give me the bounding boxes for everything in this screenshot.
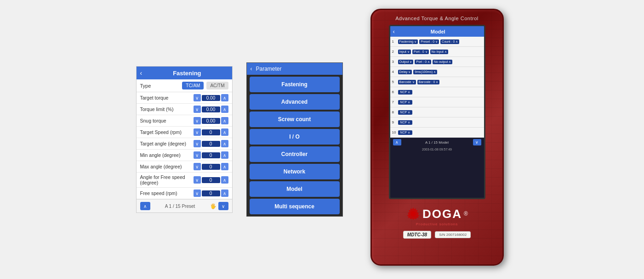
param-label: Target torque	[140, 95, 192, 100]
fastening-footer-info: A 1 / 15 Preset	[152, 204, 208, 209]
model-tag[interactable]: Count : 0 ∧	[440, 39, 459, 44]
device-container: Advanced Torque & Angle Control ‹ Model …	[366, 9, 508, 270]
model-tag[interactable]: Delay ∨	[398, 70, 412, 74]
model-row: 5Barcode ∨Barcode : 0 ∧	[390, 77, 484, 87]
model-tag[interactable]: Barcode : 0 ∧	[417, 80, 440, 84]
model-ncp-tag[interactable]: NCP ∨	[398, 130, 413, 135]
param-value: 0	[202, 129, 220, 135]
model-tag[interactable]: Fastening ∨	[398, 39, 418, 44]
fastening-next-button[interactable]: ∨	[218, 202, 228, 210]
model-row-num: 7	[392, 100, 397, 104]
param-value: 0	[202, 164, 220, 170]
param-label: Target angle (degree)	[140, 141, 192, 146]
param-value: 0	[202, 141, 220, 147]
parameter-menu: FasteningAdvancedScrew countI / OControl…	[247, 77, 342, 214]
doga-logo-area: DOGA ® Productive solutions	[372, 206, 502, 226]
screen-up-button[interactable]: ∧	[393, 139, 401, 145]
param-ctrl: ∨ 0 ∧	[194, 176, 228, 184]
param-row: Max angle (degree) ∨ 0 ∧	[137, 161, 232, 173]
param-decrement-button[interactable]: ∨	[194, 163, 201, 170]
model-row-num: 4	[392, 70, 397, 74]
type-label: Type	[140, 83, 180, 89]
param-ctrl: ∨ 0 ∧	[194, 163, 228, 170]
screen-timestamp: 2003-01-08 09:57:49	[390, 147, 484, 152]
model-row: 6NCP ∨	[390, 87, 484, 97]
fastening-back-arrow[interactable]: ‹	[140, 69, 142, 77]
param-decrement-button[interactable]: ∨	[194, 176, 201, 184]
parameter-menu-item-network[interactable]: Network	[250, 164, 340, 179]
model-row-num: 8	[392, 110, 397, 114]
fastening-footer-icon: 🖐	[210, 203, 217, 209]
model-tag[interactable]: Port : 0 ∧	[415, 60, 431, 64]
param-increment-button[interactable]: ∧	[221, 140, 228, 147]
doga-gear-icon	[406, 206, 421, 221]
screen-title: Model	[395, 29, 481, 34]
type-actm-button[interactable]: AC/TM	[206, 82, 228, 89]
param-decrement-button[interactable]: ∨	[194, 94, 201, 101]
fastening-panel: ‹ Fastening Type TC/AM AC/TM Target torq…	[136, 66, 233, 213]
model-tag[interactable]: Port : 0 ∨	[412, 50, 429, 54]
parameter-menu-item-i-/-o[interactable]: I / O	[250, 129, 340, 145]
svg-point-1	[411, 212, 415, 216]
parameter-menu-item-multi-sequence[interactable]: Multi sequence	[250, 199, 340, 214]
model-tag[interactable]: Preset : 0 ∨	[419, 39, 439, 44]
model-tag[interactable]: 9ms(100ms) ∧	[413, 70, 437, 74]
parameter-menu-item-model[interactable]: Model	[250, 181, 340, 197]
model-tag[interactable]: Output ∨	[398, 60, 414, 64]
model-ncp-tag[interactable]: NCP ∨	[398, 100, 413, 105]
param-increment-button[interactable]: ∧	[221, 176, 228, 184]
device-screen: ‹ Model 1Fastening ∨Preset : 0 ∨Count : …	[389, 25, 485, 199]
param-row: Target torque ∨ 0.00 ∧	[137, 92, 232, 104]
model-ncp-tag[interactable]: NCP ∨	[398, 90, 413, 95]
parameter-menu-item-advanced[interactable]: Advanced	[250, 94, 340, 110]
param-increment-button[interactable]: ∧	[221, 128, 228, 136]
param-decrement-button[interactable]: ∨	[194, 117, 201, 124]
param-decrement-button[interactable]: ∨	[194, 190, 201, 197]
screen-down-button[interactable]: ∨	[473, 139, 481, 145]
device-inner: Advanced Torque & Angle Control ‹ Model …	[372, 10, 502, 264]
model-row: 8NCP ∨	[390, 107, 484, 117]
param-increment-button[interactable]: ∧	[221, 151, 228, 159]
model-tag[interactable]: No Input ∧	[430, 50, 448, 54]
device-body: Advanced Torque & Angle Control ‹ Model …	[370, 9, 504, 266]
model-row: 9NCP ∨	[390, 117, 484, 128]
param-increment-button[interactable]: ∧	[221, 94, 228, 101]
model-ncp-tag[interactable]: NCP ∨	[398, 110, 413, 115]
screen-footer: ∧ A 1 / 15 Model ∨	[390, 138, 484, 147]
param-ctrl: ∨ 0 ∧	[194, 151, 228, 159]
model-tag[interactable]: Barcode ∨	[398, 80, 416, 84]
fastening-rows: Target torque ∨ 0.00 ∧ Torque limit (%) …	[137, 92, 232, 199]
model-row-num: 6	[392, 90, 397, 94]
fastening-header: ‹ Fastening	[137, 67, 232, 79]
param-increment-button[interactable]: ∧	[221, 106, 228, 113]
param-decrement-button[interactable]: ∨	[194, 128, 201, 136]
param-increment-button[interactable]: ∧	[221, 190, 228, 197]
param-value: 0	[202, 177, 220, 183]
model-tag[interactable]: No output ∧	[433, 60, 452, 64]
model-ncp-tag[interactable]: NCP ∨	[398, 120, 413, 125]
screen-footer-info: A 1 / 15 Model	[403, 140, 471, 145]
parameter-menu-item-fastening[interactable]: Fastening	[250, 77, 340, 92]
parameter-menu-item-screw-count[interactable]: Screw count	[250, 112, 340, 127]
model-tag[interactable]: Input ∨	[398, 50, 411, 54]
model-list: 1Fastening ∨Preset : 0 ∨Count : 0 ∧2Inpu…	[390, 37, 484, 138]
doga-logo: DOGA ®	[406, 206, 468, 221]
param-label: Free speed (rpm)	[140, 190, 192, 196]
model-row-num: 2	[392, 50, 397, 54]
screen-header: ‹ Model	[390, 26, 484, 37]
param-decrement-button[interactable]: ∨	[194, 106, 201, 113]
model-row: 4Delay ∨9ms(100ms) ∧	[390, 67, 484, 77]
param-value: 0.00	[202, 95, 220, 101]
type-tcam-button[interactable]: TC/AM	[182, 82, 204, 89]
parameter-back-arrow[interactable]: ‹	[251, 66, 252, 72]
parameter-menu-item-controller[interactable]: Controller	[250, 146, 340, 162]
param-ctrl: ∨ 0.00 ∧	[194, 117, 228, 124]
param-decrement-button[interactable]: ∨	[194, 151, 201, 159]
model-row-num: 10	[392, 130, 397, 134]
param-increment-button[interactable]: ∧	[221, 117, 228, 124]
fastening-prev-button[interactable]: ∧	[140, 202, 150, 210]
model-row: 7NCP ∨	[390, 97, 484, 107]
device-model-badge: MDTC-38	[403, 231, 431, 239]
param-decrement-button[interactable]: ∨	[194, 140, 201, 147]
param-increment-button[interactable]: ∧	[221, 163, 228, 170]
